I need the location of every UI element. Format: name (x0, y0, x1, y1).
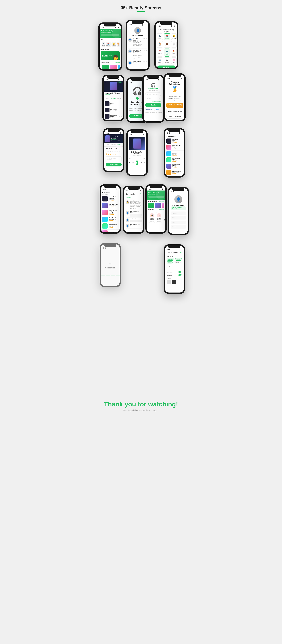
ep-1[interactable]: Preview 1.1k · 5.k · 5.k 2:14 (105, 101, 122, 107)
show-3[interactable] (118, 64, 120, 69)
password-field[interactable]: Password 👁 (145, 97, 161, 100)
ab-item-6[interactable]: Business Things Business Things ★★★★☆ (165, 170, 184, 176)
channel-thumb-2[interactable] (172, 280, 176, 284)
topic-education[interactable]: 📚Education (164, 33, 170, 40)
feed-item-2[interactable]: 👤 The Gettyduoc Address (126, 210, 142, 218)
view-more-categories[interactable]: View more (115, 39, 120, 40)
gordon-field-4[interactable]: Address (171, 225, 186, 228)
tab-review[interactable]: Review (116, 143, 122, 146)
feed-item-3[interactable]: 👤 Jack Lewis (126, 218, 142, 223)
toggle-top-rating[interactable] (178, 271, 182, 273)
topic-beauty[interactable]: 💄Beauty (171, 48, 177, 56)
tag-marketing[interactable]: Marketing (167, 258, 174, 260)
verify-box-2[interactable] (106, 271, 110, 276)
msg-item-2[interactable]: 👤 Ep 2: Game of the Darkness Hi guys, th… (128, 49, 147, 60)
pop-show-3[interactable] (162, 203, 164, 208)
topics-complete-btn[interactable]: Complete (157, 66, 175, 68)
network-1[interactable]: 📻 Reaching Network 5 Channels (149, 212, 155, 223)
topic-tomorrow[interactable]: ⏰Tomorrow (157, 48, 163, 56)
topic-art[interactable]: 🎨Art (157, 41, 163, 48)
twitter-btn[interactable]: Twitter (154, 108, 162, 111)
ab-item-2[interactable]: Tim O'Brien - The thing_ Sun Boy ★★★★☆ (165, 144, 184, 150)
tab-episodes-2[interactable]: Episodes (111, 143, 116, 146)
view-more-networks[interactable]: View More (159, 209, 164, 210)
network-2[interactable]: 🐒 Monkey Network 5 Channels (156, 212, 162, 223)
filter-reset[interactable]: Reset (167, 252, 170, 253)
premium-plan-year[interactable]: 1 YEAR $49.99/Yearly Save saved $12.00 (166, 103, 183, 108)
tag-young[interactable]: Young (167, 261, 173, 264)
filter-done[interactable]: Done (179, 252, 182, 253)
feed-item-4[interactable]: 👤 Tim O'Brien - The Thing... (126, 223, 142, 228)
ab-item-4[interactable]: The Caribbean Costa R... Chris Kyle ★★★★… (165, 157, 184, 163)
ab-item-5[interactable]: The Gettysiunc Address Flower Channel ★★… (165, 163, 184, 170)
ab-item-1[interactable]: Harry Potter & Deathy... Chris Kyle ★★★★… (165, 138, 184, 144)
forgot-link[interactable]: Forgot Password? (144, 101, 163, 102)
review-stars[interactable]: ★★★☆☆ (106, 153, 122, 155)
list-item-6[interactable]: Abigger Prize ★★★★☆ (101, 230, 120, 232)
send-review-btn[interactable]: Send Review (106, 163, 122, 166)
list-item-4[interactable]: The Life and Legend of ... ★★★★☆ (101, 216, 120, 223)
tag-startup[interactable]: Start Up (175, 258, 182, 260)
toggle-first-date[interactable] (178, 274, 182, 276)
ep-4[interactable]: Ep 2: Game of the Darkness 1.1k · 5.k ▶ (105, 120, 122, 120)
player-progress[interactable] (129, 157, 145, 157)
topic-music[interactable]: 🎵Music (157, 33, 163, 40)
show-2[interactable] (110, 64, 117, 69)
ab-item-3[interactable]: Game of the Darkness Chris Kyle ★★★★★ (165, 150, 184, 157)
facebook-btn[interactable]: Facebook (145, 108, 153, 111)
pop-show-1[interactable] (148, 203, 154, 208)
add-post-btn[interactable]: ✎ (140, 193, 142, 195)
list-item-3[interactable]: Harry Potter & Destiny... Chris Kyle ★★★… (101, 209, 120, 216)
repeat-btn[interactable]: ↺ (144, 162, 145, 164)
likes-1[interactable]: ♥ 12 (130, 208, 132, 209)
tab-reviews[interactable]: Reviews (116, 97, 122, 100)
list-item-5[interactable]: The Gettysiunc Address ★★★★☆ (101, 223, 120, 230)
tag-beginner[interactable]: Beginner (173, 261, 181, 264)
cat-comedy[interactable]: 😄Comedy (111, 42, 116, 47)
topic-tvshow[interactable]: 📺TV & Show (164, 48, 170, 56)
topic-new[interactable]: 📰New (171, 41, 177, 48)
network-3[interactable]: 🏢 Building Apartments 3 Channels (163, 212, 165, 223)
topic-books[interactable]: 📖Books (157, 57, 163, 64)
next-btn[interactable]: ⏭ (140, 162, 142, 164)
tab-episodes[interactable]: Episodes (110, 97, 116, 100)
channel-thumb-1[interactable] (167, 280, 171, 284)
tab-infos[interactable]: Infos (105, 97, 110, 100)
list-item-1[interactable]: Desvendando Princesas Flower Books ★★★★☆ (101, 196, 120, 202)
verify-box-4[interactable] (116, 271, 120, 276)
topic-5items[interactable]: 🎧5 Items (164, 57, 170, 64)
ep-2[interactable]: Ep 1: Destiny 1.1k · 5.k · 35.0k 30:05 (105, 107, 122, 113)
eye-icon[interactable]: 👁 (159, 98, 160, 99)
list-item-2[interactable]: Blue Like + Jazz Business Thing ★★★★☆ (101, 202, 120, 209)
prev-btn[interactable]: ⏮ (132, 162, 134, 164)
premium-plan-week[interactable]: 1 Week $2.99/Weekly (166, 115, 183, 118)
verify-box-3[interactable] (111, 271, 115, 276)
cat-education[interactable]: 📚Education (106, 42, 111, 47)
cat-art[interactable]: 🎨Art (117, 42, 120, 47)
cat-music[interactable]: 🎵Music (102, 42, 105, 47)
view-more-popular[interactable]: View more (115, 62, 120, 63)
comments-1[interactable]: 💬 3 (133, 208, 136, 209)
pop-show-2[interactable] (155, 203, 161, 208)
tab-infos-2[interactable]: Infos (105, 143, 111, 146)
premium-plan-month[interactable]: 1 MONTH $8.99/Monthly (166, 108, 183, 114)
msg-item-1[interactable]: 👤 Ep 4: Why you scares me? Hi guys, this… (128, 37, 147, 49)
feed-item-1[interactable]: 👩 Beatrice Mason This is the best book I… (126, 200, 142, 210)
tag-experience[interactable]: Experience (167, 265, 175, 267)
ep-3[interactable]: Ep 3: Andora Icelands 1.1k · 5.k 1:20:00 (105, 113, 122, 120)
gordon-field-3[interactable]: Phone (171, 220, 186, 224)
email-field[interactable]: Email or Phone number (145, 92, 161, 96)
shuffle-btn[interactable]: ⇄ (129, 162, 130, 164)
signin-button[interactable]: Sign In (145, 103, 161, 107)
gordon-field-2[interactable]: Email (171, 216, 186, 220)
show-1[interactable] (102, 64, 109, 69)
today-card[interactable]: Safe Area with Young Young & Adult 🧑 (101, 51, 120, 60)
gordon-field-1[interactable]: Full Name (171, 212, 186, 215)
topic-flower[interactable]: 🌸Flower (171, 57, 177, 64)
view-more-popular2[interactable]: View More (159, 201, 164, 202)
ab-item-7[interactable]: Beauty Girl Flower Channel ★★★★★ (165, 176, 184, 176)
review-input[interactable]: Do you want to write something? (106, 156, 122, 162)
msg-item-3[interactable]: 👤 Austin Gordon This is the new part... … (128, 60, 147, 66)
topic-business[interactable]: 💼Business (164, 41, 170, 48)
play-btn[interactable]: ▶ (136, 160, 138, 165)
